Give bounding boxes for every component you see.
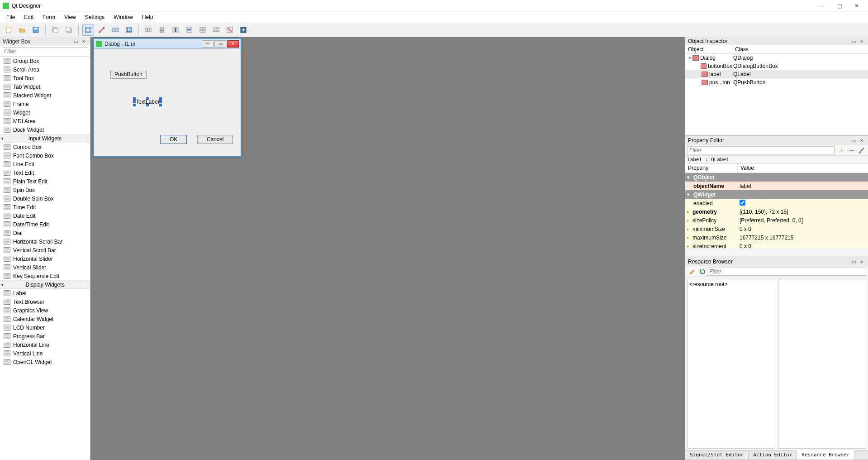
widget-box-item[interactable]: Tool Box: [0, 74, 90, 82]
save-button[interactable]: [30, 24, 42, 36]
selection-handle[interactable]: [146, 104, 149, 106]
close-dock-button[interactable]: ✕: [858, 38, 865, 45]
property-group[interactable]: ▾QWidget: [685, 190, 868, 199]
edit-signals-button[interactable]: [96, 24, 108, 36]
widget-box-item[interactable]: Calendar Widget: [0, 315, 90, 323]
close-dock-button[interactable]: ✕: [858, 137, 865, 144]
form-canvas[interactable]: Dialog - t1.ui ─ ▭ ✕ PushButton TextLabe…: [90, 37, 685, 460]
ok-button[interactable]: OK: [160, 135, 187, 144]
widget-box-item[interactable]: Vertical Scroll Bar: [0, 246, 90, 254]
widget-box-item[interactable]: MDI Area: [0, 117, 90, 125]
resource-tree[interactable]: <resource root>: [687, 279, 775, 449]
widget-box-item[interactable]: Date Edit: [0, 211, 90, 220]
widget-box-item[interactable]: Time Edit: [0, 203, 90, 211]
selection-handle[interactable]: [159, 100, 162, 103]
property-value[interactable]: [738, 200, 868, 207]
property-filter-input[interactable]: [687, 146, 835, 154]
property-row[interactable]: ▸maximumSize16777215 x 16777215: [685, 233, 868, 242]
property-checkbox[interactable]: [740, 200, 745, 206]
open-button[interactable]: [16, 24, 28, 36]
widget-box-item[interactable]: Combo Box: [0, 143, 90, 151]
col-object[interactable]: Object: [685, 45, 732, 53]
float-dock-button[interactable]: ▭: [850, 38, 857, 45]
widget-box-category[interactable]: ▾Input Widgets: [0, 134, 90, 143]
widget-box-item[interactable]: Vertical Line: [0, 349, 90, 358]
resource-root[interactable]: <resource root>: [689, 281, 728, 288]
expand-icon[interactable]: ▸: [687, 210, 692, 214]
property-value[interactable]: 0 x 0: [738, 226, 868, 232]
menu-window[interactable]: Window: [109, 13, 138, 22]
col-property[interactable]: Property: [685, 164, 738, 172]
send-back-button[interactable]: [49, 24, 61, 36]
close-button[interactable]: ✕: [848, 0, 865, 11]
menu-help[interactable]: Help: [138, 13, 158, 22]
widget-box-item[interactable]: Text Edit: [0, 168, 90, 177]
widget-box-item[interactable]: Key Sequence Edit: [0, 272, 90, 280]
cancel-button[interactable]: Cancel: [197, 135, 233, 144]
float-dock-button[interactable]: ▭: [850, 137, 857, 144]
selection-handle[interactable]: [133, 104, 136, 106]
selection-handle[interactable]: [133, 100, 136, 103]
widget-box-item[interactable]: Scroll Area: [0, 65, 90, 74]
widget-box-item[interactable]: Horizontal Slider: [0, 254, 90, 263]
add-dynamic-property-button[interactable]: ＋: [837, 146, 846, 155]
layout-v-splitter-button[interactable]: [183, 24, 195, 36]
widget-box-filter-input[interactable]: [2, 47, 88, 55]
edit-tab-order-button[interactable]: 12: [123, 24, 135, 36]
widget-box-item[interactable]: Date/Time Edit: [0, 220, 90, 229]
layout-horizontal-button[interactable]: [142, 24, 154, 36]
widget-box-item[interactable]: Line Edit: [0, 160, 90, 168]
property-group[interactable]: ▾QObject: [685, 173, 868, 182]
maximize-button[interactable]: ▢: [831, 0, 848, 11]
widget-box-tree[interactable]: Group BoxScroll AreaTool BoxTab WidgetSt…: [0, 57, 90, 460]
widget-box-item[interactable]: Widget: [0, 108, 90, 117]
pushbutton-widget[interactable]: PushButton: [110, 70, 147, 79]
layout-form-button[interactable]: [210, 24, 222, 36]
selection-handle[interactable]: [146, 97, 149, 100]
widget-box-item[interactable]: Label: [0, 289, 90, 297]
widget-box-item[interactable]: Vertical Slider: [0, 263, 90, 272]
adjust-size-button[interactable]: [237, 24, 249, 36]
widget-box-item[interactable]: Text Browser: [0, 297, 90, 306]
edit-resources-button[interactable]: [688, 267, 697, 276]
widget-box-item[interactable]: OpenGL Widget: [0, 358, 90, 366]
layout-grid-button[interactable]: [197, 24, 209, 36]
property-value[interactable]: [Preferred, Preferred, 0, 0]: [738, 217, 868, 224]
object-tree-row[interactable]: labelQLabel: [685, 70, 868, 78]
widget-box-category[interactable]: ▾Display Widgets: [0, 280, 90, 289]
float-dock-button[interactable]: ▭: [850, 258, 857, 265]
widget-box-item[interactable]: Font Combo Box: [0, 151, 90, 160]
property-value[interactable]: [(110, 150), 72 x 15]: [738, 209, 868, 215]
widget-box-item[interactable]: LCD Number: [0, 323, 90, 332]
widget-box-item[interactable]: Progress Bar: [0, 332, 90, 340]
menu-edit[interactable]: Edit: [19, 13, 38, 22]
float-dock-button[interactable]: ▭: [72, 38, 79, 45]
minimize-button[interactable]: ─: [814, 0, 831, 11]
resource-filter-input[interactable]: [707, 268, 866, 276]
widget-box-item[interactable]: Graphics View: [0, 306, 90, 315]
bottom-tab[interactable]: Signal/Slot Editor: [685, 451, 749, 460]
expand-icon[interactable]: ▸: [687, 244, 692, 249]
widget-box-item[interactable]: Spin Box: [0, 186, 90, 194]
dialog-body[interactable]: PushButton TextLabel OK Cancel: [94, 49, 241, 156]
dialog-maximize-button[interactable]: ▭: [214, 40, 226, 48]
expand-icon[interactable]: ▸: [687, 218, 692, 223]
dialog-close-button[interactable]: ✕: [227, 40, 239, 48]
dialog-window[interactable]: Dialog - t1.ui ─ ▭ ✕ PushButton TextLabe…: [93, 38, 242, 157]
object-tree-row[interactable]: pus...tonQPushButton: [685, 78, 868, 86]
bottom-tab[interactable]: Action Editor: [749, 451, 797, 460]
property-row[interactable]: ▸sizeIncrement0 x 0: [685, 242, 868, 248]
bring-front-button[interactable]: [63, 24, 75, 36]
widget-box-item[interactable]: Tab Widget: [0, 82, 90, 91]
widget-box-item[interactable]: Dial: [0, 229, 90, 237]
edit-widgets-button[interactable]: [82, 24, 94, 36]
widget-box-item[interactable]: Double Spin Box: [0, 194, 90, 203]
property-config-button[interactable]: [857, 146, 866, 155]
expand-icon[interactable]: ▸: [687, 235, 692, 240]
widget-box-item[interactable]: Frame: [0, 100, 90, 108]
expand-icon[interactable]: ▾: [687, 56, 693, 60]
property-row[interactable]: ▸minimumSize0 x 0: [685, 225, 868, 233]
widget-box-item[interactable]: Plain Text Edit: [0, 177, 90, 186]
edit-buddies-button[interactable]: [109, 24, 121, 36]
dialog-minimize-button[interactable]: ─: [202, 40, 213, 48]
